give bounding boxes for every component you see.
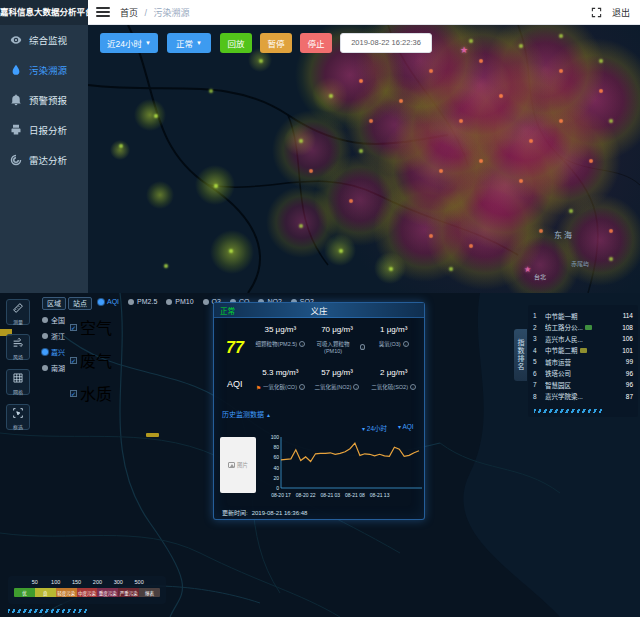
ranking-tab[interactable]: 指数排名 — [514, 329, 527, 381]
reading-value: 70 μg/m³ — [309, 325, 366, 334]
rank-badge — [585, 325, 592, 330]
sidebar: 嘉科信息大数据分析平台 综合监视污染溯源预警预报日报分析雷达分析 — [0, 0, 88, 293]
checkbox-icon: ✓ — [70, 324, 77, 331]
chart-range-select[interactable]: ▾ 24小时 — [362, 423, 387, 433]
rank-station-name: 城市运营 — [545, 357, 611, 367]
rank-station-name: 嘉兴学院梁... — [545, 391, 611, 401]
chart-metric-select[interactable]: ▾ AQI — [398, 423, 414, 430]
history-data-link[interactable]: 历史监测数据 ▲ — [222, 409, 271, 419]
sidebar-item-trace[interactable]: 污染溯源 — [0, 55, 88, 85]
sidebar-item-daily[interactable]: 日报分析 — [0, 115, 88, 145]
tool-select-button[interactable]: 框选 — [6, 404, 30, 430]
station-type-checkbox-1[interactable]: ✓废气 — [70, 348, 112, 372]
topbar: 首页 / 污染溯源 退出 — [88, 0, 640, 25]
chevron-down-icon: ▼ — [196, 40, 202, 46]
rank-number: 3 — [533, 335, 545, 342]
ranking-row[interactable]: 3嘉兴市人民...106 — [528, 333, 638, 345]
ranking-row[interactable]: 2纺工路分公...108 — [528, 322, 638, 334]
radio-icon — [98, 299, 104, 305]
mode-dropdown[interactable]: 正常▼ — [167, 33, 211, 53]
sidebar-item-monitor[interactable]: 综合监视 — [0, 25, 88, 55]
legend-segment: 爆表 — [139, 588, 160, 597]
station-name: 义庄 — [214, 304, 424, 316]
sidebar-item-label: 雷达分析 — [29, 153, 67, 167]
rank-station-name: 中节能二期 — [545, 345, 611, 355]
stop-button[interactable]: 停止 — [300, 33, 332, 53]
chevron-up-icon: ▲ — [266, 412, 271, 418]
station-type-checkbox-2[interactable]: ✓水质 — [70, 381, 112, 405]
rank-number: 8 — [533, 393, 545, 400]
info-icon[interactable]: i — [403, 341, 409, 347]
rank-badge — [580, 348, 587, 353]
pollutant-label: PM2.5 — [137, 298, 157, 305]
reading-name: 一氧化碳(CO) — [263, 383, 297, 391]
station-header[interactable]: 站点 — [68, 297, 92, 310]
playback-toolbar: 近24小时▼ 正常▼ 回放 暂停 停止 2019-08-22 16:22:36 — [88, 33, 640, 55]
reading-value: 2 μg/m³ — [365, 368, 422, 377]
fullscreen-icon[interactable] — [591, 7, 602, 18]
ranking-row[interactable]: 8嘉兴学院梁...87 — [528, 391, 638, 403]
map-road-badge — [146, 433, 159, 437]
pollutant-readings: 35 μg/m³细颗粒物(PM2.5)i70 μg/m³可吸入颗粒物(PM10)… — [252, 325, 422, 391]
logout-button[interactable]: 退出 — [612, 6, 630, 19]
info-icon[interactable]: i — [353, 384, 359, 390]
reading-label: 细颗粒物(PM2.5)i — [252, 340, 309, 348]
info-icon[interactable]: i — [410, 384, 416, 390]
datetime-input[interactable]: 2019-08-22 16:22:36 — [340, 33, 432, 53]
flag-icon: ⚑ — [256, 384, 261, 391]
ranking-row[interactable]: 5城市运营99 — [528, 356, 638, 368]
eye-icon — [10, 34, 22, 46]
sidebar-item-radar[interactable]: 雷达分析 — [0, 145, 88, 175]
station-type-list: ✓空气✓废气✓水质 — [70, 315, 112, 405]
info-icon[interactable]: i — [299, 341, 305, 347]
reading-label: ⚑一氧化碳(CO)i — [252, 383, 309, 391]
tool-grid-button[interactable]: 网格 — [6, 369, 30, 395]
legend-bar: 优良轻度污染中度污染重度污染严重污染爆表 — [14, 588, 160, 597]
popup-header[interactable]: 正常 义庄 — [214, 303, 424, 318]
menu-toggle-icon[interactable] — [96, 7, 110, 17]
legend-ticks: 50100150200300500 — [14, 579, 160, 587]
replay-button[interactable]: 回放 — [220, 33, 252, 53]
ranking-row[interactable]: 1中节能一期114 — [528, 310, 638, 322]
region-radio-3[interactable]: 南湖 — [42, 363, 65, 373]
pause-button[interactable]: 暂停 — [260, 33, 292, 53]
info-icon[interactable]: i — [299, 384, 305, 390]
tool-measure-button[interactable]: 测量 — [6, 299, 30, 325]
pollutant-radio-aqi[interactable]: AQI — [98, 298, 119, 305]
station-type-checkbox-0[interactable]: ✓空气 — [70, 315, 112, 339]
region-radio-2[interactable]: 嘉兴 — [42, 347, 65, 357]
tool-wind-button[interactable]: 风场 — [6, 334, 30, 360]
rank-station-name: 纺工路分公... — [545, 322, 611, 332]
station-detail-popup: 正常 义庄 77 AQI 35 μg/m³细颗粒物(PM2.5)i70 μg/m… — [213, 302, 425, 520]
region-radio-1[interactable]: 浙江 — [42, 331, 65, 341]
region-radio-0[interactable]: 全国 — [42, 315, 65, 325]
sidebar-item-label: 综合监视 — [29, 33, 67, 47]
legend-segment: 重度污染 — [97, 588, 118, 597]
pollutant-radio-pm25[interactable]: PM2.5 — [128, 298, 157, 305]
city-map[interactable]: 测量风场网格框选 区域 站点 AQIPM2.5PM10O3CONO2SO2 全国… — [0, 293, 640, 617]
ranking-pagination[interactable] — [534, 409, 604, 413]
pollution-heatmap[interactable]: ★ ★ 东海 赤尾屿 台北 近24小时▼ 正常▼ 回放 暂停 停止 2019-0… — [88, 25, 640, 293]
time-range-dropdown[interactable]: 近24小时▼ — [100, 33, 158, 53]
bell-icon — [10, 94, 22, 106]
sidebar-item-warning[interactable]: 预警预报 — [0, 85, 88, 115]
svg-text:100: 100 — [271, 434, 280, 440]
svg-text:08-20 17: 08-20 17 — [271, 492, 291, 498]
legend-tick: 50 — [32, 579, 38, 585]
grid-icon — [13, 369, 23, 387]
rank-number: 4 — [533, 347, 545, 354]
reading-label: 二氧化氮(NO2)i — [309, 383, 366, 391]
breadcrumb-home[interactable]: 首页 — [120, 8, 138, 18]
legend-segment: 轻度污染 — [56, 588, 77, 597]
reading-name: 二氧化硫(SO2) — [371, 383, 408, 391]
svg-text:60: 60 — [273, 454, 279, 460]
reading-value: 5.3 mg/m³ — [252, 368, 309, 377]
ranking-row[interactable]: 4中节能二期101 — [528, 345, 638, 357]
region-header[interactable]: 区域 — [42, 297, 66, 310]
pollutant-radio-pm10[interactable]: PM10 — [166, 298, 193, 305]
reading-cell: 57 μg/m³二氧化氮(NO2)i — [309, 368, 366, 391]
ranking-row[interactable]: 6铁塔公司96 — [528, 368, 638, 380]
region-filter-list: 全国浙江嘉兴南湖 — [42, 315, 65, 373]
reading-cell: 1 μg/m³臭氧(O3)i — [365, 325, 422, 354]
ranking-row[interactable]: 7智慧园区96 — [528, 379, 638, 391]
